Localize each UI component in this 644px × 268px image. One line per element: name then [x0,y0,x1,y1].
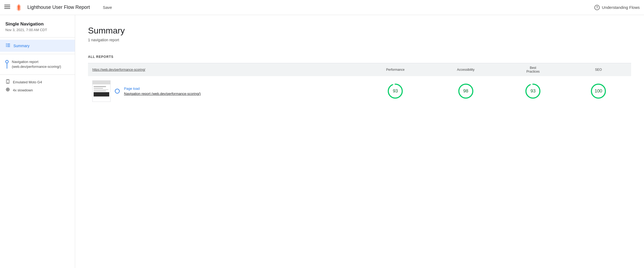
col-header-performance: Performance [360,63,431,76]
sidebar-item-summary[interactable]: Summary [0,40,75,52]
score-cell-best-practices: 93 [500,76,566,106]
score-value-seo: 100 [595,88,602,94]
slowdown-label: 4x slowdown [13,88,33,92]
device-info: Emulated Moto G4 4x slowdown [0,77,75,95]
svg-rect-10 [7,45,10,46]
col-header-best-practices: Best Practices [500,63,566,76]
report-radio[interactable] [115,89,120,94]
table-row: Page load Navigation report (web.dev/per… [88,76,631,106]
sidebar-divider-1 [0,37,75,38]
svg-rect-12 [7,46,10,47]
header-left: Lighthouse User Flow Report Save [4,3,114,12]
svg-rect-17 [7,89,9,90]
score-value-best-practices: 93 [530,88,536,94]
sidebar-item-nav-report[interactable]: Navigation report(web.dev/performance-sc… [0,56,75,72]
score-circle-performance[interactable]: 93 [387,83,403,99]
device-item-slowdown: 4x slowdown [5,87,69,93]
app-title: Lighthouse User Flow Report [27,5,90,10]
svg-rect-0 [4,5,10,5]
svg-rect-9 [6,45,7,46]
report-type-label: Page load [124,87,201,91]
main-content: Summary 1 navigation report ALL REPORTS … [75,15,644,268]
score-value-performance: 93 [393,88,398,94]
mobile-device-icon [5,79,10,85]
report-info-cell: Page load Navigation report (web.dev/per… [88,76,360,106]
svg-rect-7 [6,43,7,44]
report-text: Page load Navigation report (web.dev/per… [124,87,201,96]
report-thumbnail [92,80,111,102]
lighthouse-logo [14,3,23,12]
svg-rect-2 [4,8,10,9]
menu-icon[interactable] [4,4,10,11]
device-item-moto: Emulated Moto G4 [5,79,69,85]
score-value-accessibility: 98 [463,88,468,94]
report-link[interactable]: Navigation report (web.dev/performance-s… [124,92,201,96]
svg-point-14 [8,83,8,83]
svg-rect-8 [7,44,10,44]
help-icon: ? [594,5,600,10]
col-header-url[interactable]: https://web.dev/performance-scoring/ [88,63,360,76]
sidebar-divider-2 [0,54,75,54]
score-circle-best-practices[interactable]: 93 [525,83,541,99]
summary-heading: Summary [88,26,631,36]
sidebar-nav-title: Single Navigation [0,21,75,28]
app-header: Lighthouse User Flow Report Save ? Under… [0,0,644,15]
sidebar-summary-label: Summary [13,44,30,48]
pin-icon [5,60,9,69]
nav-item-text: Navigation report(web.dev/performance-sc… [12,59,61,69]
reports-table: https://web.dev/performance-scoring/ Per… [88,63,631,106]
score-cell-seo: 100 [566,76,631,106]
svg-rect-11 [6,46,7,47]
device-label: Emulated Moto G4 [13,80,42,84]
main-layout: Single Navigation Nov 3, 2021, 7:00 AM C… [0,15,644,268]
score-cell-accessibility: 98 [431,76,500,106]
score-circle-seo[interactable]: 100 [590,83,606,99]
understanding-flows-link[interactable]: ? Understanding Flows [594,5,640,10]
summary-subtext: 1 navigation report [88,38,631,42]
score-cell-performance: 93 [360,76,431,106]
score-circle-accessibility[interactable]: 98 [458,83,474,99]
cpu-icon [5,87,10,93]
save-button[interactable]: Save [101,4,114,11]
sidebar: Single Navigation Nov 3, 2021, 7:00 AM C… [0,15,75,268]
table-header-row: https://web.dev/performance-scoring/ Per… [88,63,631,76]
sidebar-nav-date: Nov 3, 2021, 7:00 AM CDT [0,28,75,37]
col-header-accessibility: Accessibility [431,63,500,76]
sidebar-divider-3 [0,75,75,75]
summary-list-icon [5,42,11,49]
svg-rect-1 [4,6,10,7]
help-label: Understanding Flows [602,5,640,10]
all-reports-label: ALL REPORTS [88,55,631,59]
col-header-seo: SEO [566,63,631,76]
